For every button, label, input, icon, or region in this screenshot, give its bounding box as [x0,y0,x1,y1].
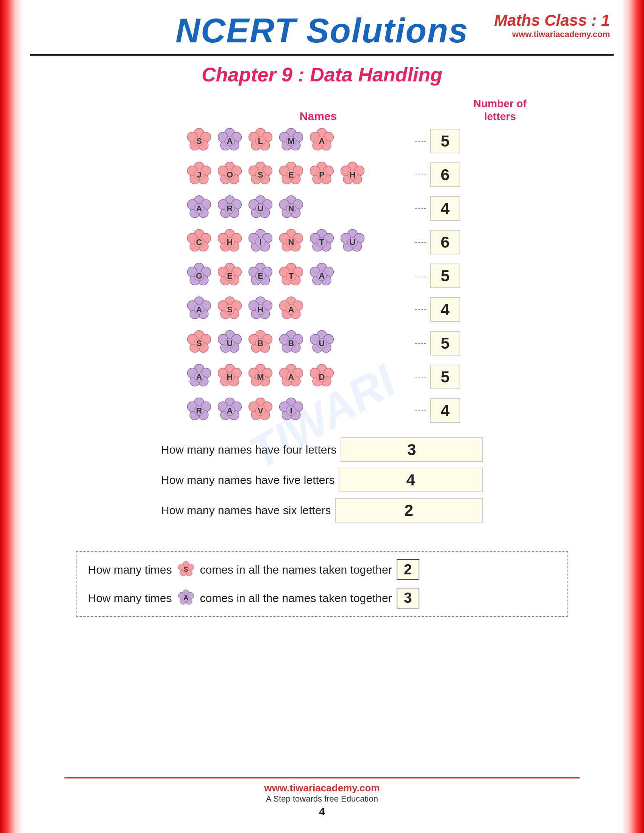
flower-letter: R [216,194,244,223]
dashed-line [415,343,426,344]
dashed-line [415,276,426,277]
flower-letter: T [308,228,336,256]
count-box: 6 [430,230,460,254]
question-text: How many names have four letters [161,443,337,456]
inline-flower: A [177,589,195,608]
lq-prefix: How many times [88,592,172,605]
dashed-line [415,208,426,209]
name-row: S U B B U5 [184,328,460,359]
dashed-line [415,410,426,411]
flower-letter: E [277,161,305,189]
maths-class-label: Maths Class : 1 [494,11,610,29]
name-rows-container: S A L M A5 J [184,126,460,426]
chapter-title: Chapter 9 : Data Handling [30,63,614,86]
flower-letter: A [216,396,244,425]
left-border [0,0,23,833]
footer: www.tiwariacademy.com A Step towards fre… [0,774,644,818]
flower-letter: T [277,262,305,290]
answer-box: 2 [335,498,483,523]
flower-letter: D [308,363,336,391]
letter-question-row: How many times S comes in all the names … [88,559,556,580]
flower-letter: S [216,295,244,324]
name-row: A S H A4 [184,294,460,325]
lq-prefix: How many times [88,563,172,576]
name-row: A R U N4 [184,193,460,224]
answer-box: 3 [341,437,483,462]
flower-letter: E [216,262,244,290]
flower-letter: P [308,161,336,189]
right-border [621,0,644,833]
footer-divider [64,777,580,778]
flower-letter: C [185,228,213,256]
name-row: A H M A D5 [184,362,460,392]
footer-tagline: A Step towards free Education [0,794,644,804]
top-header: Maths Class : 1 www.tiwariacademy.com [494,11,610,39]
flower-letter: A [277,363,305,391]
flower-letter: E [246,262,275,290]
count-box: 6 [430,162,460,187]
inline-flower: S [177,560,195,579]
name-row: J O S E P H6 [184,159,460,190]
count-box: 4 [430,196,460,221]
dashed-line [415,309,426,310]
letter-question-row: How many times A comes in all the names … [88,588,556,608]
flower-letter: M [246,363,275,391]
dashed-line [415,141,426,142]
flower-letter: A [185,295,213,324]
question-text: How many names have six letters [161,504,331,517]
name-row: R A V I4 [184,395,460,426]
count-box: 5 [430,365,460,389]
flower-letter: J [185,161,213,189]
flower-letter: N [277,194,305,223]
flower-letter: I [246,228,275,256]
flower-letter: H [338,161,367,189]
lq-suffix: comes in all the names taken together [200,563,392,576]
flower-letter: A [308,127,336,155]
flower-letter: H [216,363,244,391]
bottom-section: How many times S comes in all the names … [76,551,568,617]
flower-letter: S [185,329,213,357]
question-row: How many names have four letters3 [161,437,483,462]
dashed-line [415,242,426,243]
footer-page: 4 [0,806,644,818]
question-row: How many names have five letters4 [161,468,483,492]
lq-suffix: comes in all the names taken together [200,592,392,605]
flower-letter: L [246,127,275,155]
flower-letter: H [246,295,275,324]
dashed-line [415,377,426,378]
flower-letter: U [216,329,244,357]
name-row: C H I N T U6 [184,227,460,257]
flower-letter: U [308,329,336,357]
count-box: 5 [430,331,460,355]
lq-answer-box: 3 [397,588,419,608]
flower-letter: A [277,295,305,324]
title-divider [30,54,614,56]
count-box: 5 [430,264,460,288]
count-box: 4 [430,398,460,423]
col-header-names: Names [167,110,470,123]
flower-letter: N [277,228,305,256]
flower-letter: A [216,127,244,155]
flower-letter: A [185,363,213,391]
name-row: S A L M A5 [184,126,460,156]
flower-letter: O [216,161,244,189]
flower-letter: A [185,194,213,223]
lq-answer-box: 2 [397,559,419,580]
flower-letter: S [246,161,275,189]
flower-letter: V [246,396,275,425]
dashed-line [415,175,426,175]
flower-letter: M [277,127,305,155]
flower-letter: B [246,329,275,357]
flower-letter: U [246,194,275,223]
flower-letter: G [185,262,213,290]
flower-letter: S [185,127,213,155]
count-box: 5 [430,129,460,153]
flower-letter: U [338,228,367,256]
col-header-numbers: Number ofletters [470,97,530,123]
count-box: 4 [430,297,460,322]
flower-letter: H [216,228,244,256]
flower-letter: B [277,329,305,357]
website-url-top: www.tiwariacademy.com [494,29,610,39]
answer-box: 4 [339,468,483,492]
questions-section: How many names have four letters3How man… [161,437,483,523]
